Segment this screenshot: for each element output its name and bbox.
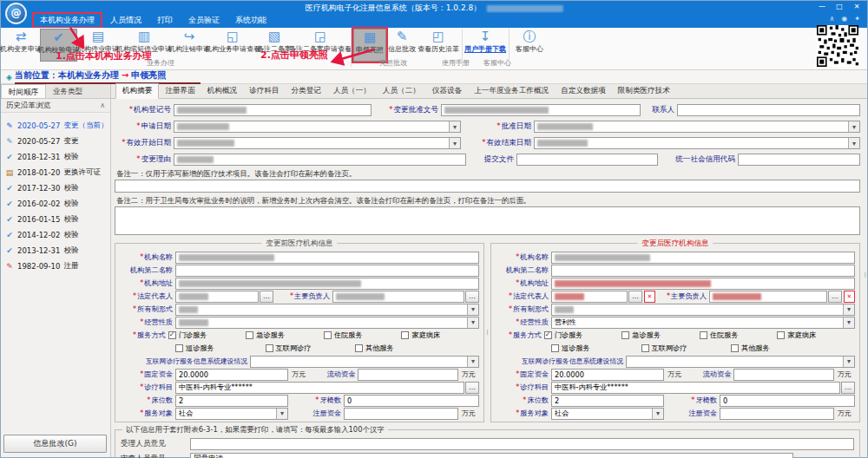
remark1-input[interactable] xyxy=(115,180,860,193)
tab-equipment[interactable]: 仪器设备 xyxy=(426,84,468,98)
fixed-capital-input[interactable]: 20.0000 xyxy=(175,369,288,381)
checkbox-emergency[interactable] xyxy=(246,331,253,339)
info-correct-button[interactable]: 信息批改(G) xyxy=(3,435,107,453)
chairs-input[interactable]: 0 xyxy=(720,395,855,407)
close-button[interactable]: ✕ xyxy=(848,1,865,12)
beds-input[interactable]: 2 xyxy=(175,395,288,407)
minimize-button[interactable]: — xyxy=(813,1,831,12)
submit-file-input[interactable] xyxy=(516,154,658,166)
checkbox-home-bed[interactable] xyxy=(401,331,409,339)
principal-browse-button[interactable]: … xyxy=(828,291,842,303)
tab-last-year-work[interactable]: 上一年度业务工作概况 xyxy=(468,84,555,98)
service-target-select[interactable]: 社会 xyxy=(175,408,288,420)
chairs-input[interactable]: 0 xyxy=(344,395,479,407)
treat-subjects-input[interactable]: 中医科-内科专业****** xyxy=(551,382,840,394)
legal-rep-input[interactable] xyxy=(551,291,628,303)
toolbar-manual-download-button[interactable]: ↧ 用户手册下载 xyxy=(464,29,506,62)
review-opinion-input[interactable]: 同意申请 xyxy=(190,453,793,458)
principal-browse-button[interactable]: … xyxy=(465,291,479,303)
history-item[interactable]: ✔2016-01-15校验 xyxy=(5,212,110,227)
history-item[interactable]: ✔2017-12-30校验 xyxy=(5,180,110,196)
reg-capital-input[interactable] xyxy=(720,408,834,420)
history-item[interactable]: ✎1982-09-10注册 xyxy=(5,258,110,274)
internet-info-select[interactable] xyxy=(626,356,855,368)
history-item[interactable]: ✔2014-12-02校验 xyxy=(5,227,110,243)
org-name-input[interactable] xyxy=(175,252,479,264)
menu-item-personnel[interactable]: 人员情况 xyxy=(102,13,149,28)
resize-handle[interactable]: ⁞ xyxy=(864,272,866,279)
org-name2-input[interactable] xyxy=(175,265,479,277)
approval-no-input[interactable] xyxy=(441,104,641,116)
org-addr-input[interactable] xyxy=(175,278,479,290)
history-panel-header[interactable]: 历史沿革浏览 ∧ xyxy=(1,99,110,113)
toolbar-change-apply-button[interactable]: ⇄ 机构变更申请 xyxy=(3,29,39,62)
checkbox-internet[interactable] xyxy=(266,344,273,352)
checkbox-home-bed[interactable] xyxy=(777,331,785,339)
fixed-capital-input[interactable]: 20.0000 xyxy=(551,369,664,381)
ownership-select[interactable] xyxy=(551,304,855,316)
org-addr-input[interactable] xyxy=(551,278,855,290)
sidebar-tab-business-type[interactable]: 业务类型 xyxy=(46,84,89,98)
liquid-capital-input[interactable] xyxy=(733,369,833,381)
history-item[interactable]: ✔2016-02-02校验 xyxy=(5,196,110,212)
tab-personnel-2[interactable]: 人员（二） xyxy=(377,84,426,98)
checkbox-roving[interactable] xyxy=(551,344,559,352)
beds-input[interactable]: 2 xyxy=(551,395,664,407)
menu-item-institution-business[interactable]: 本机构业务办理 xyxy=(32,12,102,29)
legal-rep-browse-button[interactable]: … xyxy=(628,291,642,303)
approve-date-select[interactable] xyxy=(534,121,860,133)
checkbox-inpatient[interactable] xyxy=(324,331,332,339)
history-item[interactable]: ✎2020-05-27变更 xyxy=(5,134,110,149)
history-item[interactable]: ✔2018-12-31校验 xyxy=(5,149,110,165)
tab-restricted-tech[interactable]: 限制类医疗技术 xyxy=(612,84,676,98)
history-item[interactable]: ✎2020-05-27变更（当前） xyxy=(5,118,110,134)
tab-overview[interactable]: 机构概况 xyxy=(201,84,243,98)
liquid-capital-input[interactable] xyxy=(358,369,457,381)
sidebar-tab-time-order[interactable]: 时间顺序 xyxy=(1,84,46,98)
checkbox-outpatient[interactable] xyxy=(544,331,552,339)
history-item[interactable]: ▤2018-01-20更换许可证 xyxy=(5,165,110,180)
maximize-button[interactable]: □ xyxy=(831,1,848,12)
service-target-select[interactable]: 社会 xyxy=(551,408,664,420)
menu-item-verification[interactable]: 全员验证 xyxy=(181,13,227,28)
checkbox-emergency[interactable] xyxy=(621,331,629,339)
tab-personnel-1[interactable]: 人员（一） xyxy=(327,84,377,98)
treat-subjects-browse-button[interactable]: … xyxy=(465,382,479,394)
ribbon-collapse-icon[interactable]: ∧ xyxy=(829,15,834,23)
reg-capital-input[interactable] xyxy=(344,408,458,420)
nature-select[interactable]: 营利性 xyxy=(551,317,855,329)
checkbox-roving[interactable] xyxy=(175,344,183,352)
treat-subjects-browse-button[interactable]: … xyxy=(841,382,855,394)
reg-no-input[interactable] xyxy=(174,104,372,116)
legal-rep-input[interactable] xyxy=(175,291,259,303)
principal-input[interactable] xyxy=(709,291,827,303)
tab-classification[interactable]: 分类登记 xyxy=(286,84,327,98)
checkbox-inpatient[interactable] xyxy=(700,331,707,339)
history-item[interactable]: ✔2013-12-31校验 xyxy=(5,243,110,258)
menu-item-print[interactable]: 打印 xyxy=(149,13,181,28)
toolbar-business-view-button[interactable]: ◱ 机构业务申请查看 xyxy=(209,29,256,62)
legal-rep-browse-button[interactable]: … xyxy=(260,291,273,303)
valid-end-select[interactable] xyxy=(534,137,860,149)
toolbar-history-view-button[interactable]: ◰ 查看历史沿革 xyxy=(418,29,459,62)
toolbar-info-correct-button[interactable]: ✎ 信息批改 xyxy=(387,29,417,62)
accept-opinion-input[interactable] xyxy=(190,438,854,450)
org-name2-input[interactable] xyxy=(551,265,855,277)
toolbar-service-center-button[interactable]: ⓘ 客服中心 xyxy=(511,29,548,62)
checkbox-other[interactable] xyxy=(355,344,363,352)
toolbar-license-claim-button[interactable]: ▦ 申领亮照 xyxy=(353,29,386,62)
contact-input[interactable] xyxy=(677,104,860,116)
tab-registration[interactable]: 注册界面 xyxy=(159,84,201,98)
apply-date-select[interactable] xyxy=(174,121,461,133)
valid-start-select[interactable] xyxy=(174,137,461,149)
org-name-input[interactable] xyxy=(551,252,855,264)
checkbox-outpatient[interactable] xyxy=(168,331,176,339)
account-icon[interactable]: ◉ xyxy=(841,15,847,23)
nature-select[interactable] xyxy=(175,317,479,329)
checkbox-other[interactable] xyxy=(731,344,739,352)
principal-input[interactable] xyxy=(332,291,464,303)
tab-treatment-subjects[interactable]: 诊疗科目 xyxy=(243,84,285,98)
credit-code-input[interactable] xyxy=(738,154,860,166)
remark2-textarea[interactable] xyxy=(115,206,860,235)
change-reason-input[interactable] xyxy=(174,154,466,166)
